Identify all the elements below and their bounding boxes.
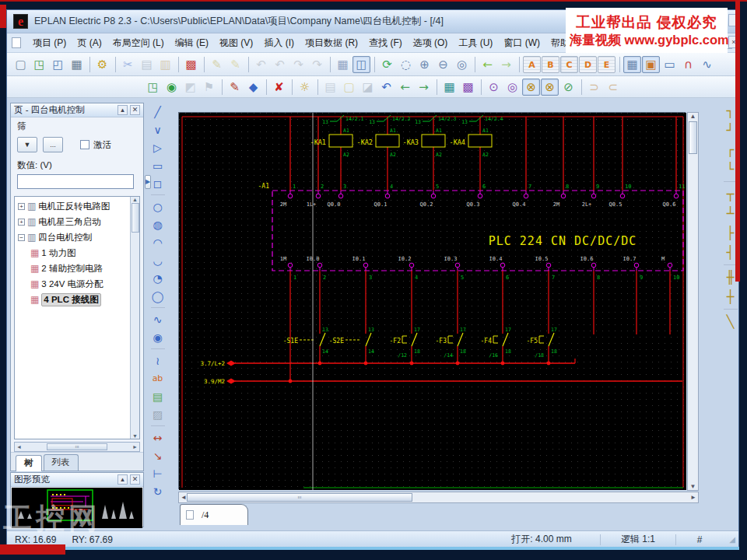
circle-fill-tool-icon[interactable]: ◍ xyxy=(149,215,167,233)
spline-tool-icon[interactable]: ∿ xyxy=(149,310,167,328)
tree-item-4[interactable]: ▦2 辅助控制电路 xyxy=(15,261,129,276)
collapse-icon[interactable]: − xyxy=(18,234,25,241)
filter-activate-checkbox[interactable] xyxy=(80,140,89,149)
scroll-thumb[interactable] xyxy=(689,121,697,154)
text-tool-icon[interactable]: ab xyxy=(149,369,167,387)
rotate-tool-icon[interactable]: ↻ xyxy=(149,482,167,500)
panel-close-icon[interactable]: ✕ xyxy=(130,105,140,115)
zoom-out-icon[interactable]: ⊖ xyxy=(434,56,452,73)
tab-list[interactable]: 列表 xyxy=(44,454,79,471)
image-tool-icon[interactable]: ▨ xyxy=(149,405,167,423)
revert-page-icon[interactable]: ↶ xyxy=(377,79,395,96)
scroll-right-icon[interactable]: ► xyxy=(132,444,138,450)
page-navigator-icon[interactable]: ◳ xyxy=(144,79,162,96)
copy-page-icon[interactable]: ▤ xyxy=(321,79,339,96)
tree-vertical-scrollbar[interactable]: ▲ ▼ xyxy=(130,197,139,439)
scroll-thumb[interactable]: ııı xyxy=(47,443,107,450)
tree-item-3[interactable]: ▦1 动力图 xyxy=(15,245,129,261)
page-flag-icon[interactable]: ⚑ xyxy=(200,79,218,96)
grid-e-icon[interactable]: E xyxy=(598,56,615,73)
tree-horizontal-scrollbar[interactable]: ◄ ııı ► xyxy=(14,442,140,452)
schematic-canvas[interactable]: -A1PLC 224 CN DC/DC/DC3.7/L+23.9/M22M11L… xyxy=(178,112,686,489)
settings-icon[interactable]: ⚙ xyxy=(93,56,111,73)
grid-c-icon[interactable]: C xyxy=(560,56,578,73)
panel-close-icon[interactable]: ✕ xyxy=(130,474,140,485)
menu-item-6[interactable]: 项目数据 (R) xyxy=(300,34,363,52)
format-paint-icon[interactable]: ✎ xyxy=(208,56,226,73)
cross-node-icon[interactable]: ┼ xyxy=(721,287,740,306)
sector-tool-icon[interactable]: ◔ xyxy=(149,269,167,287)
value-input[interactable] xyxy=(17,174,134,189)
zoom-window-icon[interactable]: ◌ xyxy=(397,56,415,73)
open-project-icon[interactable]: ◳ xyxy=(30,56,48,73)
plug-right-icon[interactable]: ⊂ xyxy=(604,79,622,96)
canvas-horizontal-scrollbar[interactable]: ◄ ııı ► xyxy=(178,492,699,503)
tree-item-6[interactable]: ▦4 PLC 接线图 xyxy=(15,292,129,307)
tree-item-2[interactable]: −▥四台电机控制 xyxy=(15,229,129,245)
menu-item-1[interactable]: 页 (A) xyxy=(72,34,107,52)
grid-a-icon[interactable]: A xyxy=(523,56,541,73)
redo-list-icon[interactable]: ↷ xyxy=(308,56,326,73)
expand-icon[interactable]: + xyxy=(18,203,25,210)
scroll-left-icon[interactable]: ◄ xyxy=(181,494,187,501)
insert-table-icon[interactable]: ▦ xyxy=(334,56,352,73)
snap-to-grid-icon[interactable]: ▦ xyxy=(623,56,641,73)
page-open-icon[interactable]: ◉ xyxy=(163,79,181,96)
panel-collapse-icon[interactable]: ▴ xyxy=(117,474,128,485)
back-icon[interactable]: ← xyxy=(479,56,496,73)
scroll-thumb[interactable] xyxy=(132,203,139,233)
filter-dropdown-button[interactable]: ▼ xyxy=(17,137,37,152)
object-snap-icon[interactable]: ▣ xyxy=(642,56,660,73)
workbook-view-icon[interactable]: ◫ xyxy=(352,56,370,73)
device-circle-icon[interactable]: ⊗ xyxy=(541,79,559,96)
symbol-multiline-icon[interactable]: ⊙ xyxy=(485,79,503,96)
device-navigator-icon[interactable]: ▩ xyxy=(459,79,477,96)
design-mode-icon[interactable]: ▭ xyxy=(661,56,679,73)
page-macro-icon[interactable]: ◪ xyxy=(359,79,377,96)
undo-icon[interactable]: ↶ xyxy=(252,56,270,73)
tree-item-0[interactable]: +▥电机正反转电路图 xyxy=(15,198,129,214)
menu-item-7[interactable]: 查找 (F) xyxy=(363,34,408,52)
zoom-in-icon[interactable]: ⊕ xyxy=(416,56,433,73)
scroll-right-icon[interactable]: ► xyxy=(690,494,696,501)
assign-format-icon[interactable]: ✎ xyxy=(226,56,244,73)
delete-selection-icon[interactable]: ▩ xyxy=(182,56,200,73)
scroll-down-icon[interactable]: ▼ xyxy=(690,483,696,490)
menu-item-9[interactable]: 工具 (U) xyxy=(453,34,498,52)
menu-item-2[interactable]: 布局空间 (L) xyxy=(107,34,170,52)
page-edit-icon[interactable]: ✎ xyxy=(226,79,244,96)
interruption-point-icon[interactable]: ⊘ xyxy=(559,79,577,96)
path-dimension-tool-icon[interactable]: ↘ xyxy=(149,446,167,464)
ellipse-tool-icon[interactable]: ◯ xyxy=(149,287,167,305)
zoom-whole-page-icon[interactable]: ◎ xyxy=(453,56,471,73)
refresh-view-icon[interactable]: ⟳ xyxy=(378,56,396,73)
menu-item-4[interactable]: 视图 (V) xyxy=(214,34,258,52)
grid-b-icon[interactable]: B xyxy=(542,56,559,73)
curve-tool-icon[interactable]: ≀ xyxy=(149,352,167,369)
scroll-up-icon[interactable]: ▲ xyxy=(690,113,696,120)
resize-grip-icon[interactable]: ◢ xyxy=(723,531,738,548)
ruler-tool-icon[interactable]: ⊢ xyxy=(149,464,167,482)
forward-icon[interactable]: → xyxy=(497,56,515,73)
undo-list-icon[interactable]: ↶ xyxy=(271,56,289,73)
dimension-tool-icon[interactable]: ↔ xyxy=(149,429,167,446)
polyline-tool-icon[interactable]: ∨ xyxy=(149,121,167,138)
circle-tool-icon[interactable]: ○ xyxy=(149,198,167,215)
tree-item-1[interactable]: +▥电机星三角启动 xyxy=(15,214,129,229)
paste-icon[interactable]: ▥ xyxy=(156,56,174,73)
grid-d-icon[interactable]: D xyxy=(579,56,597,73)
print-icon[interactable]: ▦ xyxy=(68,56,86,73)
expand-icon[interactable]: + xyxy=(18,219,25,226)
scroll-left-icon[interactable]: ◄ xyxy=(16,444,22,450)
preview-thumbnail[interactable] xyxy=(12,488,142,528)
rectangle-center-tool-icon[interactable]: ◻ xyxy=(149,174,167,192)
device-box-icon[interactable]: ⊗ xyxy=(522,79,540,96)
page-filter-icon[interactable]: ☼ xyxy=(296,79,314,96)
plug-left-icon[interactable]: ⊃ xyxy=(585,79,603,96)
menu-item-0[interactable]: 项目 (P) xyxy=(27,34,72,52)
panel-collapse-icon[interactable]: ▴ xyxy=(117,105,128,115)
symbol-singleline-icon[interactable]: ◎ xyxy=(503,79,521,96)
tree-item-5[interactable]: ▦3 24V 电源分配 xyxy=(15,276,129,292)
menu-item-5[interactable]: 插入 (I) xyxy=(258,34,300,52)
previous-page-icon[interactable]: ← xyxy=(396,79,414,96)
